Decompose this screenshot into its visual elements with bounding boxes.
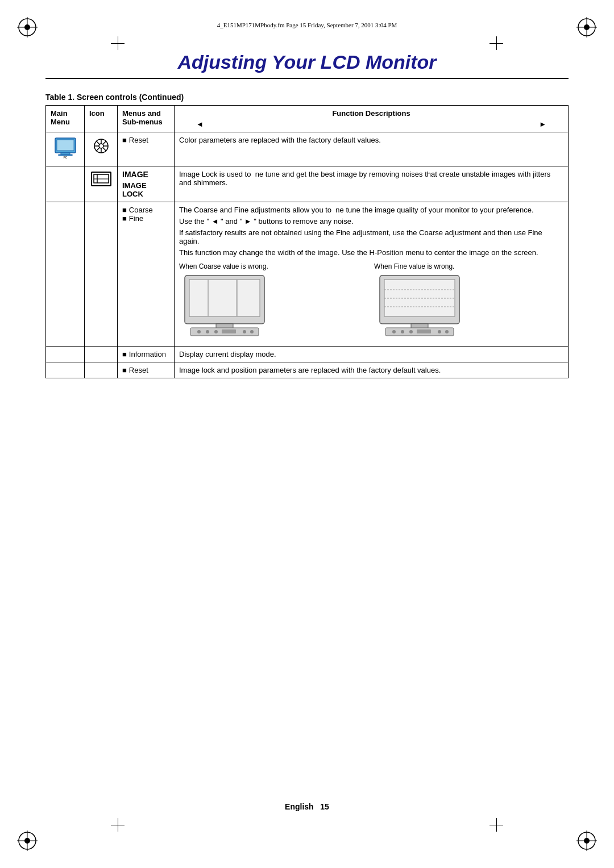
th-icon: Icon [85,106,118,132]
image-icon-cell [85,166,118,202]
svg-point-58 [438,330,441,333]
color-icon-cell [85,132,118,166]
coarse-fine-desc4: This function may change the width of th… [179,248,563,257]
fine-monitor-svg [374,273,465,341]
main-menu-info-cell [46,347,85,362]
monitor-diagrams-container: When Coarse value is wrong. [179,262,563,343]
img-reset-icon-cell [85,362,118,378]
coarse-monitor-svg [179,273,270,341]
registration-mark-tl [17,17,38,37]
table-row-information: ■Information Display current display mod… [46,347,569,362]
svg-line-28 [102,148,106,151]
coarse-diagram: When Coarse value is wrong. [179,262,368,343]
svg-rect-44 [222,329,236,333]
svg-line-29 [102,141,106,145]
coarse-fine-icon-cell [85,202,118,347]
arrow-left: ◄ [196,120,204,128]
table-row-image-reset: ■Reset Image lock and position parameter… [46,362,569,378]
coarse-item: ■Coarse [122,206,169,214]
function-image-reset: Image lock and position parameters are r… [175,362,569,378]
page-title: Adjusting Your LCD Monitor [45,51,569,79]
sub-menu-information: ■Information [118,347,175,362]
sub-menu-coarse-fine: ■Coarse ■Fine [118,202,175,347]
svg-point-41 [197,330,201,333]
function-image: Image Lock is used to ne tune and get th… [175,166,569,202]
coarse-fine-desc1: The Coarse and Fine adjustments allow yo… [179,206,563,214]
svg-line-27 [96,141,99,145]
sub-menu-image: IMAGE IMAGE LOCK [118,166,175,202]
main-menu-coarse-cell [46,202,85,347]
cross-mark-bottom-right [489,818,503,832]
svg-point-46 [250,330,254,333]
svg-line-30 [96,148,99,151]
svg-point-45 [243,330,246,333]
bullet-reset: ■ [122,136,127,144]
main-menu-color-cell: PC [46,132,85,166]
svg-point-55 [401,330,404,333]
svg-point-42 [206,330,209,333]
main-menu-image-cell [46,166,85,202]
table-row-image: IMAGE IMAGE LOCK Image Lock is used to n… [46,166,569,202]
main-content: Adjusting Your LCD Monitor Table 1. Scre… [45,51,569,378]
table-header-row: MainMenu Icon Menus andSub-menus Functio… [46,106,569,132]
svg-rect-17 [57,140,74,151]
page-footer: English 15 [285,802,329,811]
image-lock-label: IMAGE LOCK [122,181,169,198]
table-row-color-reset: PC [46,132,569,166]
coarse-fine-desc2: Use the " ◄ " and " ► " buttons to remov… [179,217,563,226]
function-coarse-fine: The Coarse and Fine adjustments allow yo… [175,202,569,347]
sub-menu-color-reset: ■Reset [118,132,175,166]
coarse-fine-desc3: If satisfactory results are not obtained… [179,228,563,245]
function-arrows: ◄ ► [179,120,563,128]
svg-point-54 [392,330,396,333]
image-icon [90,171,112,189]
arrow-right: ► [539,120,546,128]
th-function: Function Descriptions ◄ ► [175,106,569,132]
svg-text:PC: PC [63,156,67,159]
svg-rect-37 [208,279,209,316]
footer-language: English [285,802,314,811]
svg-point-56 [409,330,413,333]
svg-rect-36 [189,279,260,316]
fine-item: ■Fine [122,214,169,223]
cross-mark-top-right [489,36,503,50]
registration-mark-tr [576,17,597,37]
registration-mark-bl [17,831,38,851]
color-wheel-icon [91,136,111,156]
cross-mark-bottom-left [111,818,125,832]
table-caption: Table 1. Screen controls (Continued) [45,93,569,102]
footer-page-number: 15 [320,802,329,811]
controls-table: MainMenu Icon Menus andSub-menus Functio… [45,105,569,378]
file-info: 4_E151MP171MPbody.fm Page 15 Friday, Sep… [217,22,397,28]
svg-rect-38 [236,279,238,316]
fine-diagram-label: When Fine value is wrong. [374,262,563,270]
cross-mark-top-left [111,36,125,50]
function-header-title: Function Descriptions [179,109,563,118]
th-sub-menus: Menus andSub-menus [118,106,175,132]
function-color-reset: Color parameters are replaced with the f… [175,132,569,166]
registration-mark-br [576,831,597,851]
function-information: Display current display mode. [175,347,569,362]
image-bold-label: IMAGE [122,170,169,179]
coarse-diagram-label: When Coarse value is wrong. [179,262,368,270]
main-menu-img-reset-cell [46,362,85,378]
info-icon-cell [85,347,118,362]
table-row-coarse-fine: ■Coarse ■Fine The Coarse and Fine adjust… [46,202,569,347]
svg-point-43 [214,330,218,333]
svg-rect-57 [417,329,431,333]
pc-monitor-icon: PC [53,136,78,161]
svg-point-59 [445,330,449,333]
th-main-menu: MainMenu [46,106,85,132]
sub-menu-image-reset: ■Reset [118,362,175,378]
fine-diagram: When Fine value is wrong. [374,262,563,343]
